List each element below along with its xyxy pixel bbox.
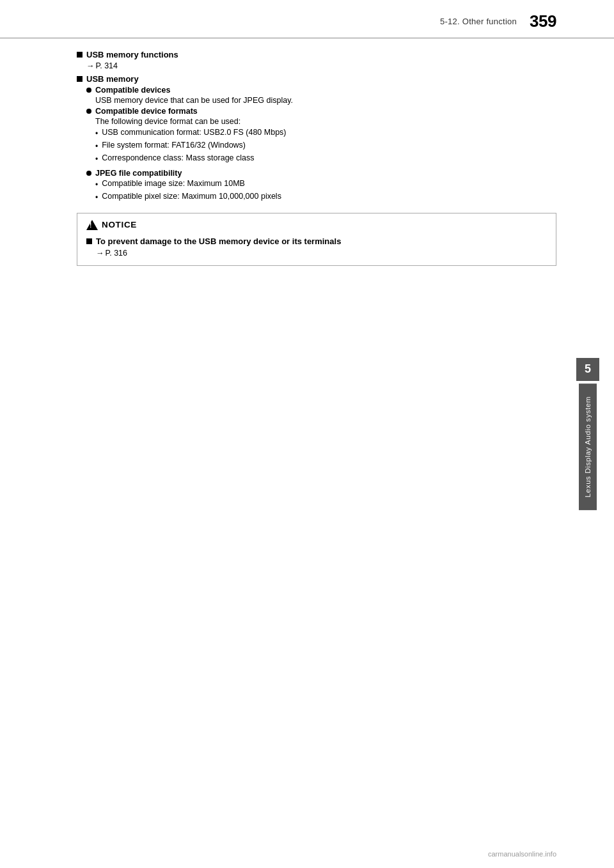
usb-memory-heading: USB memory: [86, 74, 139, 84]
format-item-1: USB communication format: USB2.0 FS (480…: [102, 128, 286, 137]
dot-bullet-icon-2: •: [95, 141, 98, 153]
usb-memory-subsection: Compatible devices USB memory device tha…: [86, 86, 556, 204]
notice-page: P. 316: [106, 249, 128, 258]
black-square-icon: [77, 52, 83, 58]
notice-ref: → P. 316: [96, 249, 547, 258]
sidebar-chapter-number: 5: [576, 358, 599, 381]
bullet-compatible-devices: Compatible devices: [86, 86, 556, 95]
list-item: • Compatible image size: Maximum 10MB: [95, 179, 556, 191]
compatible-formats-label: Compatible device formats: [95, 107, 198, 116]
section-label: 5-12. Other function: [440, 17, 517, 26]
black-square-icon-2: [77, 76, 83, 82]
right-sidebar: 5 Lexus Display Audio system: [562, 0, 614, 868]
black-circle-icon-3: [86, 171, 91, 176]
list-item: • File system format: FAT16/32 (Windows): [95, 141, 556, 153]
notice-box: NOTICE To prevent damage to the USB memo…: [77, 213, 556, 266]
page-header: 5-12. Other function 359: [0, 0, 614, 38]
list-item: • Correspondence class: Mass storage cla…: [95, 153, 556, 166]
notice-item-text: To prevent damage to the USB memory devi…: [96, 236, 341, 246]
section-usb-memory: USB memory Compatible devices USB memory…: [77, 74, 556, 204]
jpeg-compat-label: JPEG file compatibility: [95, 169, 182, 178]
section-usb-memory-functions: USB memory functions → P. 314: [77, 50, 556, 70]
sidebar-chapter-label: Lexus Display Audio system: [579, 384, 597, 510]
jpeg-item-2: Compatible pixel size: Maximum 10,000,00…: [102, 192, 281, 201]
black-square-icon-notice: [86, 238, 92, 244]
jpeg-compat-list: • Compatible image size: Maximum 10MB • …: [95, 179, 556, 204]
black-circle-icon: [86, 88, 91, 93]
usb-functions-page: P. 314: [96, 61, 118, 70]
dot-bullet-icon-4: •: [95, 179, 98, 191]
compatible-formats-intro: The following device format can be used:: [95, 117, 556, 126]
usb-functions-heading: USB memory functions: [86, 50, 178, 59]
format-item-2: File system format: FAT16/32 (Windows): [102, 141, 246, 150]
section-heading-usb-memory: USB memory: [77, 74, 556, 84]
notice-label: NOTICE: [102, 220, 137, 229]
format-item-3: Correspondence class: Mass storage class: [102, 153, 254, 162]
notice-item-heading: To prevent damage to the USB memory devi…: [86, 236, 547, 246]
arrow-icon: →: [86, 61, 95, 70]
bullet-compatible-formats: Compatible device formats: [86, 107, 556, 116]
page-number: 359: [530, 12, 556, 31]
notice-arrow-icon: →: [96, 249, 104, 258]
watermark: carmanualsonline.info: [488, 850, 556, 858]
dot-bullet-icon: •: [95, 128, 98, 140]
jpeg-item-1: Compatible image size: Maximum 10MB: [102, 179, 245, 188]
compatible-devices-label: Compatible devices: [95, 86, 170, 95]
list-item: • Compatible pixel size: Maximum 10,000,…: [95, 192, 556, 204]
dot-bullet-icon-3: •: [95, 153, 98, 166]
compatible-formats-list: • USB communication format: USB2.0 FS (4…: [95, 128, 556, 166]
black-circle-icon-2: [86, 109, 91, 114]
main-content: USB memory functions → P. 314 USB memory…: [0, 38, 614, 285]
list-item: • USB communication format: USB2.0 FS (4…: [95, 128, 556, 140]
section-heading-usb-functions: USB memory functions: [77, 50, 556, 59]
notice-header: NOTICE: [86, 220, 547, 230]
bullet-jpeg-compat: JPEG file compatibility: [86, 169, 556, 178]
compatible-devices-desc: USB memory device that can be used for J…: [95, 96, 556, 105]
usb-functions-ref: → P. 314: [86, 61, 556, 70]
dot-bullet-icon-5: •: [95, 192, 98, 204]
warning-triangle-icon: [86, 220, 98, 230]
